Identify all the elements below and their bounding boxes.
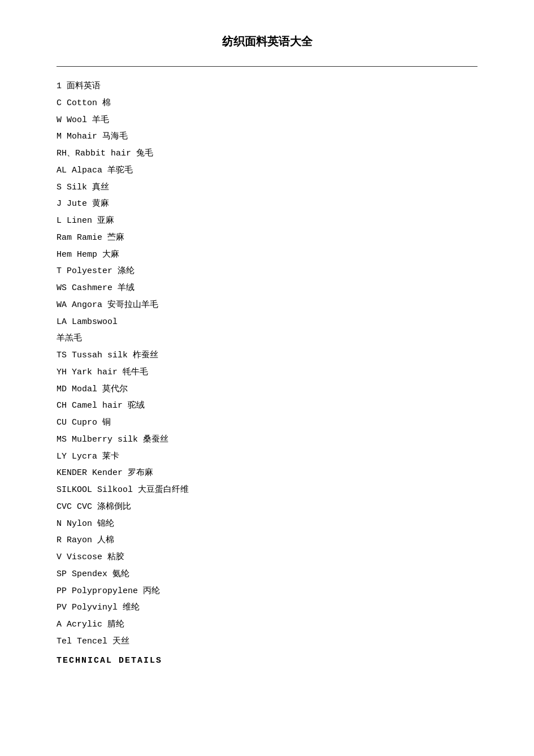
list-item: CH Camel hair 驼绒 [57, 398, 477, 414]
list-item: Ram Ramie 苎麻 [57, 230, 477, 247]
list-item: J Jute 黄麻 [57, 196, 477, 213]
list-item: R Rayon 人棉 [57, 532, 477, 549]
list-item: PV Polyvinyl 维纶 [57, 599, 477, 616]
list-item: S Silk 真丝 [57, 179, 477, 196]
list-item: LA Lambswool [57, 314, 477, 331]
list-item: KENDER Kender 罗布麻 [57, 465, 477, 482]
list-item: 1 面料英语 [57, 78, 477, 95]
list-item: AL Alpaca 羊驼毛 [57, 162, 477, 179]
list-item: Hem Hemp 大麻 [57, 247, 477, 263]
list-item: M Mohair 马海毛 [57, 128, 477, 145]
list-item: CU Cupro 铜 [57, 414, 477, 431]
list-item: CVC CVC 涤棉倒比 [57, 499, 477, 516]
page-container: 纺织面料英语大全 1 面料英语C Cotton 棉W Wool 羊毛M Moha… [0, 0, 534, 756]
list-item: T Polyester 涤纶 [57, 263, 477, 280]
list-item: SP Spendex 氨纶 [57, 566, 477, 583]
list-item: C Cotton 棉 [57, 95, 477, 112]
list-item: A Acrylic 腈纶 [57, 616, 477, 633]
page-title: 纺织面料英语大全 [57, 34, 477, 49]
list-item: MS Mulberry silk 桑蚕丝 [57, 431, 477, 448]
list-item: Tel Tencel 天丝 [57, 633, 477, 650]
list-item: TECHNICAL DETAILS [57, 653, 477, 669]
list-item: LY Lycra 莱卡 [57, 448, 477, 465]
fabric-list: 1 面料英语C Cotton 棉W Wool 羊毛M Mohair 马海毛RH、… [57, 78, 477, 669]
list-item: MD Modal 莫代尔 [57, 381, 477, 398]
list-item: RH、Rabbit hair 兔毛 [57, 145, 477, 162]
list-item: V Viscose 粘胶 [57, 549, 477, 566]
divider [57, 66, 477, 67]
list-item: YH Yark hair 牦牛毛 [57, 364, 477, 381]
list-item: L Linen 亚麻 [57, 213, 477, 230]
list-item: TS Tussah silk 柞蚕丝 [57, 347, 477, 364]
list-item: PP Polypropylene 丙纶 [57, 583, 477, 600]
list-item: N Nylon 锦纶 [57, 516, 477, 533]
list-item: WA Angora 安哥拉山羊毛 [57, 297, 477, 314]
list-item: W Wool 羊毛 [57, 112, 477, 129]
list-item: 羊羔毛 [57, 330, 477, 347]
list-item: WS Cashmere 羊绒 [57, 280, 477, 297]
list-item: SILKOOL Silkool 大豆蛋白纤维 [57, 482, 477, 499]
